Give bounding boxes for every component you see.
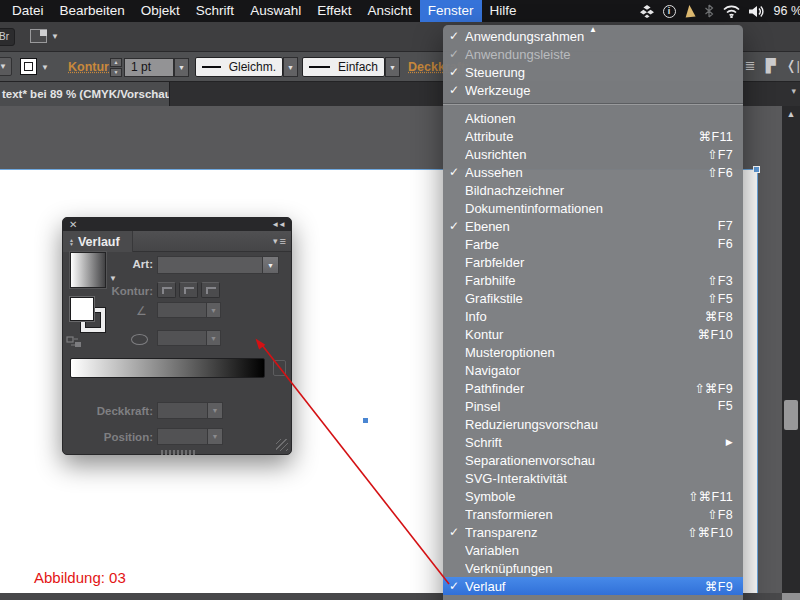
menu-item-attribute[interactable]: Attribute⌘F11 bbox=[443, 127, 743, 145]
gradient-angle-field[interactable]: ▼ bbox=[157, 302, 221, 318]
fill-proxy[interactable] bbox=[70, 297, 94, 321]
menu-item-grafikstile[interactable]: Grafikstile⇧F5 bbox=[443, 289, 743, 307]
menu-item-navigator[interactable]: Navigator bbox=[443, 361, 743, 379]
chevron-down-icon[interactable]: ▼ bbox=[41, 63, 49, 72]
menu-item-ausrichten[interactable]: Ausrichten⇧F7 bbox=[443, 145, 743, 163]
position-label: Position: bbox=[91, 431, 153, 443]
stroke-gradient-within-button[interactable] bbox=[157, 282, 176, 298]
menu-item-transparenz[interactable]: ✓Transparenz⇧⌘F10 bbox=[443, 523, 743, 541]
width-profile-select[interactable]: Gleichm. bbox=[195, 57, 283, 77]
brush-definition-select[interactable]: Einfach bbox=[302, 57, 385, 77]
bluetooth-icon[interactable] bbox=[704, 4, 714, 18]
opacity-field[interactable]: ▼ bbox=[157, 402, 223, 419]
menu-item-farbhilfe[interactable]: Farbhilfe⇧F3 bbox=[443, 271, 743, 289]
panel-menu-icon[interactable]: ▾≡ bbox=[273, 231, 291, 251]
chevron-down-icon: ▼ bbox=[206, 303, 220, 317]
document-tab[interactable]: text* bei 89 % (CMYK/Vorschau) bbox=[0, 82, 170, 106]
gradient-swatch-caret[interactable]: ▼ bbox=[109, 274, 117, 283]
tab-overflow-icon[interactable]: ▾ bbox=[791, 86, 796, 96]
menubar-item-ansicht[interactable]: Ansicht bbox=[359, 0, 419, 22]
menubar-item-objekt[interactable]: Objekt bbox=[133, 0, 188, 22]
menu-item-info[interactable]: Info⌘F8 bbox=[443, 307, 743, 325]
panel-drag-bar[interactable]: ✕ ◄◄ bbox=[63, 218, 291, 231]
menu-item-zeichenflächen[interactable]: Zeichenflächen bbox=[443, 595, 743, 600]
gradient-swatch[interactable] bbox=[70, 252, 106, 288]
menubar-item-schrift[interactable]: Schrift bbox=[188, 0, 242, 22]
menubar-item-auswahl[interactable]: Auswahl bbox=[242, 0, 309, 22]
menu-item-schrift[interactable]: Schrift▶ bbox=[443, 433, 743, 451]
menubar-item-bearbeiten[interactable]: Bearbeiten bbox=[52, 0, 133, 22]
menu-item-reduzierungsvorschau[interactable]: Reduzierungsvorschau bbox=[443, 415, 743, 433]
menu-item-svg-interaktivität[interactable]: SVG-Interaktivität bbox=[443, 469, 743, 487]
menubar-item-fenster[interactable]: Fenster bbox=[420, 0, 482, 22]
stroke-gradient-across-button[interactable] bbox=[201, 282, 220, 298]
menu-item-verlauf[interactable]: ✓Verlauf⌘F9 bbox=[443, 577, 743, 595]
stroke-gradient-along-button[interactable] bbox=[179, 282, 198, 298]
clipped-dropdown-button[interactable]: ▼ bbox=[0, 57, 12, 76]
menu-item-transformieren[interactable]: Transformieren⇧F8 bbox=[443, 505, 743, 523]
menu-item-bildnachzeichner[interactable]: Bildnachzeichner bbox=[443, 181, 743, 199]
menu-item-aussehen[interactable]: ✓Aussehen⇧F6 bbox=[443, 163, 743, 181]
tab-verlauf[interactable]: ▲▼ Verlauf bbox=[63, 231, 133, 252]
menu-item-verknüpfungen[interactable]: Verknüpfungen bbox=[443, 559, 743, 577]
panel-resize-grip[interactable] bbox=[276, 439, 288, 451]
collapse-icon[interactable]: ◄◄ bbox=[271, 218, 285, 231]
menu-item-musteroptionen[interactable]: Musteroptionen bbox=[443, 343, 743, 361]
aspect-ratio-field[interactable]: ▼ bbox=[157, 330, 221, 346]
menu-item-label: Transparenz bbox=[465, 525, 687, 540]
selection-handle[interactable] bbox=[753, 166, 760, 173]
menu-item-separationenvorschau[interactable]: Separationenvorschau bbox=[443, 451, 743, 469]
close-icon[interactable]: ✕ bbox=[69, 218, 77, 231]
menu-item-steuerung[interactable]: ✓Steuerung bbox=[443, 63, 743, 81]
menu-item-pathfinder[interactable]: Pathfinder⇧⌘F9 bbox=[443, 379, 743, 397]
stroke-weight-value[interactable]: 1 pt bbox=[124, 58, 174, 77]
stroke-color-well[interactable] bbox=[20, 58, 37, 75]
panel-resize-dots[interactable] bbox=[161, 450, 197, 455]
wifi-icon[interactable] bbox=[723, 5, 740, 18]
bridge-button[interactable]: Br bbox=[0, 28, 15, 46]
dropbox-icon[interactable] bbox=[640, 5, 654, 18]
gradient-type-label: Art: bbox=[121, 258, 153, 270]
brush-definition-caret[interactable]: ▼ bbox=[385, 57, 400, 77]
aspect-ratio-icon bbox=[131, 334, 148, 345]
scroll-up-icon[interactable]: ▲ bbox=[782, 109, 800, 119]
volume-icon[interactable] bbox=[749, 5, 765, 18]
gradient-slider[interactable] bbox=[70, 358, 265, 378]
menu-item-label: Transformieren bbox=[465, 507, 707, 522]
menu-item-werkzeuge[interactable]: ✓Werkzeuge bbox=[443, 81, 743, 99]
menu-scroll-up-icon[interactable]: ▲ bbox=[443, 26, 743, 34]
alert-icon[interactable] bbox=[684, 5, 695, 18]
menu-item-farbe[interactable]: FarbeF6 bbox=[443, 235, 743, 253]
distribute-icon[interactable]: ❬| bbox=[786, 58, 800, 73]
menu-item-label: Farbfelder bbox=[465, 255, 733, 270]
menubar-item-datei[interactable]: Datei bbox=[4, 0, 52, 22]
reverse-gradient-icon[interactable] bbox=[66, 336, 83, 349]
menubar-item-effekt[interactable]: Effekt bbox=[309, 0, 359, 22]
stroke-weight-stepper[interactable]: ▲▼ bbox=[110, 58, 122, 77]
width-profile-caret[interactable]: ▼ bbox=[283, 57, 298, 77]
vertical-scrollbar[interactable]: ▲ bbox=[782, 106, 800, 600]
battery-percentage[interactable]: 96 % bbox=[774, 4, 800, 18]
menu-item-farbfelder[interactable]: Farbfelder bbox=[443, 253, 743, 271]
menu-item-aktionen[interactable]: Aktionen bbox=[443, 109, 743, 127]
menu-item-kontur[interactable]: Kontur⌘F10 bbox=[443, 325, 743, 343]
menu-item-symbole[interactable]: Symbole⇧⌘F11 bbox=[443, 487, 743, 505]
menu-shortcut: ⌘F9 bbox=[705, 579, 733, 594]
workspace-switcher[interactable]: ▼ bbox=[30, 29, 59, 43]
position-field[interactable]: ▼ bbox=[157, 428, 223, 445]
menubar-item-hilfe[interactable]: Hilfe bbox=[482, 0, 525, 22]
gradient-type-select[interactable]: ▼ bbox=[157, 256, 279, 274]
menu-item-variablen[interactable]: Variablen bbox=[443, 541, 743, 559]
transform-panel-icon[interactable]: ▛ bbox=[766, 58, 776, 73]
chevron-down-icon[interactable]: ▼ bbox=[262, 257, 278, 273]
stroke-weight-label[interactable]: Kontur: bbox=[68, 60, 113, 74]
info-icon[interactable]: i bbox=[663, 5, 676, 18]
gradient-stop-icon[interactable] bbox=[273, 360, 286, 376]
menu-item-dokumentinformationen[interactable]: Dokumentinformationen bbox=[443, 199, 743, 217]
menu-item-ebenen[interactable]: ✓EbenenF7 bbox=[443, 217, 743, 235]
align-panel-icon[interactable]: ≣ bbox=[745, 58, 756, 73]
menu-item-pinsel[interactable]: PinselF5 bbox=[443, 397, 743, 415]
scrollbar-thumb[interactable] bbox=[784, 400, 798, 430]
anchor-point[interactable] bbox=[363, 418, 368, 423]
stroke-weight-dropdown[interactable]: ▼ bbox=[174, 58, 189, 77]
